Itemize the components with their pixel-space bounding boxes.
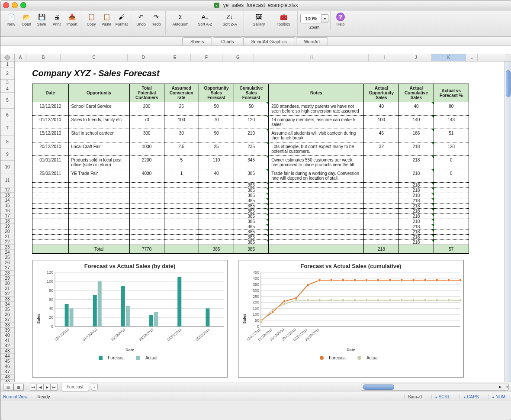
select-all-corner[interactable] xyxy=(0,54,15,61)
toolbar-new-button[interactable]: 📄New xyxy=(4,12,19,34)
row-header-28[interactable]: 28 xyxy=(0,271,14,276)
col-header-I[interactable]: I xyxy=(369,54,400,61)
toolbar-undo-button[interactable]: ↶Undo xyxy=(134,12,148,34)
toolbar-sort-z-a-button[interactable]: Z↓Sort Z-A xyxy=(218,12,242,34)
next-sheet-button[interactable]: ▶ xyxy=(44,384,51,391)
col-header-F[interactable]: F xyxy=(191,54,222,61)
table-row[interactable]: 385218 xyxy=(32,198,469,204)
table-row[interactable]: 385218 xyxy=(32,235,469,240)
row-header-26[interactable]: 26 xyxy=(0,260,14,265)
horizontal-scrollbar[interactable]: ◀ ▶ ⇥ xyxy=(361,384,509,391)
col-header-L[interactable]: L xyxy=(466,54,478,61)
row-header-34[interactable]: 34 xyxy=(0,302,14,307)
row-header-39[interactable]: 39 xyxy=(0,328,14,333)
table-row[interactable]: 01/12/2010Sales to friends, family etc70… xyxy=(32,116,469,129)
row-header-45[interactable]: 45 xyxy=(0,359,14,364)
row-header-21[interactable]: 21 xyxy=(0,234,14,239)
table-row[interactable]: 385218 xyxy=(32,229,469,235)
row-header-14[interactable]: 14 xyxy=(0,198,14,203)
toolbar-redo-button[interactable]: ↷Redo xyxy=(149,12,164,34)
chart-bar[interactable]: Forecast vs Actual Sales (by date) Sales… xyxy=(32,260,228,378)
row-header-41[interactable]: 41 xyxy=(0,338,14,343)
toolbar-copy-button[interactable]: 📋Copy xyxy=(84,12,99,34)
sheet-tab-forecast[interactable]: Forecast xyxy=(61,383,89,391)
row-header-10[interactable]: 10 xyxy=(0,161,14,174)
row-header-13[interactable]: 13 xyxy=(0,193,14,198)
table-row[interactable]: 385218 xyxy=(32,219,469,224)
vertical-scrollbar[interactable] xyxy=(505,61,511,382)
table-row[interactable]: 385218 xyxy=(32,193,469,198)
row-header-19[interactable]: 19 xyxy=(0,224,14,229)
row-header-6[interactable]: 6 xyxy=(0,109,14,122)
row-header-23[interactable]: 23 xyxy=(0,245,14,250)
row-header-46[interactable]: 46 xyxy=(0,364,14,369)
table-row[interactable]: 01/01/2011Products sold in local post of… xyxy=(32,156,469,169)
toolbar-help-button[interactable]: ?Help xyxy=(333,12,348,34)
row-header-47[interactable]: 47 xyxy=(0,369,14,375)
table-row[interactable]: 385218 xyxy=(32,188,469,193)
col-header-D[interactable]: D xyxy=(128,54,159,61)
row-header-40[interactable]: 40 xyxy=(0,333,14,338)
ribbon-tab-sheets[interactable]: Sheets xyxy=(182,37,212,45)
close-icon[interactable] xyxy=(3,2,9,8)
row-header-5[interactable]: 5 xyxy=(0,93,14,109)
prev-sheet-button[interactable]: ◀ xyxy=(37,384,44,391)
row-header-7[interactable]: 7 xyxy=(0,122,14,136)
toolbar-sort-a-z-button[interactable]: A↓Sort A-Z xyxy=(193,12,217,34)
row-header-3[interactable]: 3 xyxy=(0,80,14,86)
row-header-17[interactable]: 17 xyxy=(0,213,14,219)
row-header-49[interactable]: 49 xyxy=(0,380,14,382)
row-header-16[interactable]: 16 xyxy=(0,208,14,213)
row-header-4[interactable]: 4 xyxy=(0,86,14,93)
row-header-15[interactable]: 15 xyxy=(0,203,14,208)
zoom-input[interactable] xyxy=(300,14,322,23)
toolbar-import-button[interactable]: 📥Import xyxy=(64,12,79,34)
table-row[interactable]: 15/12/2010Stall in school canteen3003090… xyxy=(32,129,469,142)
row-header-29[interactable]: 29 xyxy=(0,276,14,281)
row-header-43[interactable]: 43 xyxy=(0,349,14,354)
row-header-42[interactable]: 42 xyxy=(0,343,14,349)
row-header-27[interactable]: 27 xyxy=(0,265,14,271)
table-row[interactable]: 20/12/2010Local Craft Fair10002.525235Lo… xyxy=(32,142,469,156)
table-row[interactable]: 385218 xyxy=(32,209,469,214)
scroll-right-button[interactable]: ▶ xyxy=(497,384,503,389)
row-header-2[interactable]: 2 xyxy=(0,68,14,80)
ribbon-tab-smartart-graphics[interactable]: SmartArt Graphics xyxy=(243,37,295,45)
row-header-35[interactable]: 35 xyxy=(0,307,14,312)
row-header-11[interactable]: 11 xyxy=(0,174,14,187)
table-row[interactable]: 25/02/2011YE Trade Fair4000140385Trade f… xyxy=(32,169,469,183)
toolbar-print-button[interactable]: 🖨Print xyxy=(49,12,64,34)
row-header-18[interactable]: 18 xyxy=(0,219,14,224)
scrollbar-thumb[interactable] xyxy=(363,384,394,390)
table-row[interactable]: 385218 xyxy=(32,204,469,209)
toolbar-gallery-button[interactable]: 🖼Gallery xyxy=(247,12,271,34)
first-sheet-button[interactable]: ⏮ xyxy=(30,384,37,391)
zoom-dropdown[interactable]: ▾ xyxy=(322,14,328,23)
row-header-48[interactable]: 48 xyxy=(0,375,14,380)
page-layout-view-button[interactable]: ▦ xyxy=(13,384,24,391)
chart-line[interactable]: Forecast vs Actual Sales (cumulative) Sa… xyxy=(238,260,464,378)
formula-bar[interactable] xyxy=(0,46,511,54)
ribbon-tab-wordart[interactable]: WordArt xyxy=(296,37,328,45)
toolbar-format-button[interactable]: 🖌Format xyxy=(114,12,129,34)
row-header-44[interactable]: 44 xyxy=(0,354,14,359)
row-header-33[interactable]: 33 xyxy=(0,297,14,302)
toolbar-toolbox-button[interactable]: 🧰Toolbox xyxy=(271,12,296,34)
row-header-20[interactable]: 20 xyxy=(0,229,14,234)
row-header-22[interactable]: 22 xyxy=(0,239,14,245)
row-header-36[interactable]: 36 xyxy=(0,312,14,317)
row-header-30[interactable]: 30 xyxy=(0,281,14,286)
col-header-B[interactable]: B xyxy=(26,54,61,61)
toolbar-save-button[interactable]: 💾Save xyxy=(34,12,49,34)
column-headers[interactable]: ABCDEFGHIJKL xyxy=(15,54,505,61)
toolbar-open-button[interactable]: 📂Open xyxy=(19,12,34,34)
table-row[interactable]: 12/12/2010School Carol Service2002550502… xyxy=(32,102,469,116)
col-header-E[interactable]: E xyxy=(159,54,191,61)
row-header-24[interactable]: 24 xyxy=(0,250,14,255)
row-header-38[interactable]: 38 xyxy=(0,323,14,328)
scrollbar-thumb[interactable] xyxy=(506,70,511,97)
row-header-8[interactable]: 8 xyxy=(0,136,14,149)
table-row[interactable]: 385218 xyxy=(32,224,469,229)
minimize-icon[interactable] xyxy=(12,2,18,8)
row-header-37[interactable]: 37 xyxy=(0,317,14,323)
